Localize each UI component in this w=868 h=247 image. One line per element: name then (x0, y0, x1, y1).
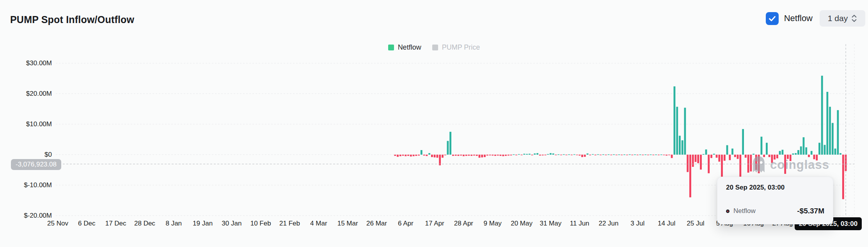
netflow-bar[interactable] (465, 155, 467, 156)
netflow-bar[interactable] (832, 123, 834, 155)
netflow-bar[interactable] (642, 155, 644, 155)
netflow-bar[interactable] (697, 155, 699, 163)
netflow-bar[interactable] (718, 155, 720, 162)
netflow-bar[interactable] (494, 155, 496, 156)
netflow-bar[interactable] (486, 155, 488, 156)
netflow-bar[interactable] (761, 137, 763, 155)
netflow-bar[interactable] (805, 147, 807, 155)
netflow-bar[interactable] (589, 155, 591, 156)
netflow-bar[interactable] (845, 155, 847, 171)
netflow-bar[interactable] (458, 155, 460, 156)
netflow-bar[interactable] (829, 107, 831, 155)
netflow-bar[interactable] (550, 153, 552, 155)
netflow-bar[interactable] (542, 155, 544, 156)
netflow-bar[interactable] (557, 154, 559, 155)
netflow-bar[interactable] (703, 154, 705, 155)
netflow-bar[interactable] (692, 155, 694, 167)
netflow-bar[interactable] (518, 154, 520, 155)
netflow-bar[interactable] (826, 92, 828, 155)
netflow-bar[interactable] (463, 155, 465, 156)
netflow-bar[interactable] (824, 145, 826, 155)
netflow-bar[interactable] (602, 154, 604, 155)
netflow-bar[interactable] (492, 155, 493, 156)
netflow-bar[interactable] (410, 155, 412, 157)
netflow-bar[interactable] (629, 154, 631, 155)
netflow-bar[interactable] (521, 155, 523, 155)
netflow-bar[interactable] (734, 155, 736, 157)
netflow-bar[interactable] (705, 149, 707, 154)
netflow-bar[interactable] (610, 155, 612, 155)
netflow-bar[interactable] (600, 155, 602, 155)
netflow-bar[interactable] (639, 154, 641, 155)
netflow-bar[interactable] (571, 155, 573, 155)
netflow-bar[interactable] (431, 155, 433, 157)
netflow-bar[interactable] (547, 154, 549, 155)
netflow-bar[interactable] (687, 155, 689, 172)
netflow-bar[interactable] (447, 141, 449, 155)
netflow-bar[interactable] (631, 155, 633, 155)
netflow-bar[interactable] (468, 155, 470, 156)
netflow-bar[interactable] (668, 155, 670, 155)
netflow-bar[interactable] (489, 155, 491, 156)
netflow-bar[interactable] (555, 155, 557, 155)
netflow-bar[interactable] (479, 155, 481, 158)
netflow-bar[interactable] (803, 137, 805, 155)
netflow-bar[interactable] (439, 155, 441, 165)
netflow-bar[interactable] (710, 155, 712, 158)
netflow-bar[interactable] (568, 154, 570, 155)
legend-item-pump-price[interactable]: PUMP Price (432, 43, 480, 52)
netflow-bar[interactable] (531, 155, 533, 156)
netflow-bar[interactable] (729, 155, 731, 160)
netflow-bar[interactable] (587, 154, 589, 155)
netflow-bar[interactable] (616, 155, 618, 155)
netflow-checkbox[interactable] (766, 12, 779, 25)
netflow-bar[interactable] (460, 155, 462, 156)
netflow-bar[interactable] (666, 155, 667, 156)
netflow-bar[interactable] (399, 155, 401, 156)
netflow-bar[interactable] (539, 155, 541, 156)
netflow-bar[interactable] (434, 155, 436, 158)
netflow-bar[interactable] (608, 154, 610, 155)
netflow-bar[interactable] (502, 155, 504, 156)
netflow-bar[interactable] (818, 143, 820, 154)
netflow-bar[interactable] (797, 150, 799, 155)
netflow-bar[interactable] (644, 154, 646, 155)
netflow-bar[interactable] (726, 145, 728, 155)
netflow-bar[interactable] (747, 155, 749, 173)
netflow-bar[interactable] (407, 155, 409, 156)
netflow-bar[interactable] (526, 154, 528, 155)
netflow-bar[interactable] (674, 86, 676, 155)
netflow-bar[interactable] (428, 153, 430, 155)
netflow-bar[interactable] (449, 132, 451, 155)
netflow-bar[interactable] (584, 155, 586, 157)
netflow-bar[interactable] (515, 155, 517, 156)
netflow-bar[interactable] (653, 155, 655, 155)
netflow-bar[interactable] (713, 154, 715, 154)
netflow-bar[interactable] (716, 155, 718, 158)
netflow-bar[interactable] (470, 155, 472, 156)
netflow-bar[interactable] (671, 155, 673, 158)
netflow-bar[interactable] (811, 151, 813, 154)
netflow-bar[interactable] (821, 76, 823, 155)
netflow-bar[interactable] (529, 154, 531, 154)
netflow-bar[interactable] (708, 155, 710, 174)
netflow-bar[interactable] (613, 154, 615, 155)
netflow-bar[interactable] (655, 154, 657, 155)
netflow-bar[interactable] (695, 155, 697, 162)
netflow-bar[interactable] (481, 155, 483, 158)
netflow-bar[interactable] (595, 155, 596, 156)
netflow-bar[interactable] (455, 155, 457, 156)
netflow-bar[interactable] (497, 155, 499, 156)
netflow-bar[interactable] (626, 155, 628, 155)
netflow-bar[interactable] (508, 155, 509, 156)
netflow-bar[interactable] (837, 110, 839, 155)
netflow-bar[interactable] (592, 154, 594, 155)
netflow-bar[interactable] (795, 153, 797, 155)
netflow-bar[interactable] (840, 153, 841, 155)
netflow-bar[interactable] (444, 155, 446, 156)
netflow-bar[interactable] (418, 155, 420, 156)
netflow-bar[interactable] (800, 147, 802, 155)
netflow-bar[interactable] (634, 154, 636, 155)
legend-item-netflow[interactable]: Netflow (388, 43, 421, 52)
netflow-bar[interactable] (658, 155, 660, 155)
